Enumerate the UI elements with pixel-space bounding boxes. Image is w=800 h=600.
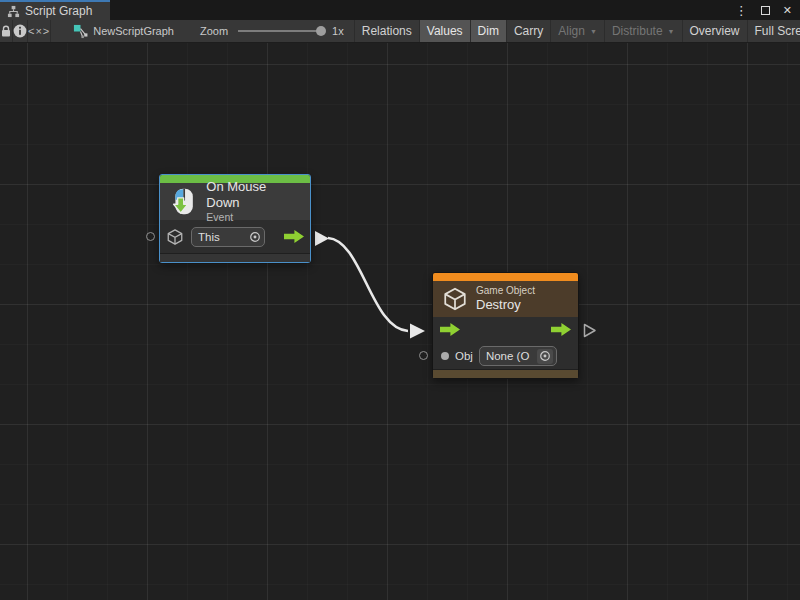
zoom-value: 1x [332, 25, 344, 37]
script-graph-asset-icon [73, 24, 88, 39]
maximize-icon[interactable] [761, 6, 770, 15]
node-body: This [160, 220, 310, 253]
tab-strip: Script Graph ⋮ ✕ [0, 0, 800, 20]
align-dropdown[interactable]: Align ▼ [551, 20, 605, 42]
graph-toolbar: <×> NewScriptGraph Zoom 1x Relations Va [0, 20, 800, 43]
trigger-output-port[interactable] [284, 229, 304, 244]
kebab-menu-icon[interactable]: ⋮ [735, 4, 748, 17]
lock-icon [0, 25, 12, 38]
object-picker-button[interactable] [537, 349, 553, 364]
distribute-dropdown[interactable]: Distribute ▼ [605, 20, 683, 42]
flow-connection-wire[interactable] [328, 238, 408, 331]
node-on-mouse-down[interactable]: On Mouse Down Event This [159, 174, 311, 263]
node-category: Game Object [476, 284, 535, 297]
obj-port-row: Obj None (O [433, 343, 578, 369]
connection-source-arrowhead[interactable] [315, 231, 329, 246]
script-graph-window: Script Graph ⋮ ✕ <×> [0, 0, 800, 600]
code-angle-icon: <×> [28, 25, 50, 37]
close-icon[interactable]: ✕ [783, 5, 792, 16]
overview-button[interactable]: Overview [683, 20, 748, 42]
dim-button[interactable]: Dim [471, 20, 507, 42]
graph-asset-breadcrumb[interactable]: NewScriptGraph [73, 20, 174, 42]
zoom-slider-handle[interactable] [316, 26, 326, 36]
tab-script-graph[interactable]: Script Graph [0, 0, 110, 20]
target-input-port[interactable] [146, 232, 155, 241]
info-button[interactable] [13, 20, 28, 42]
hierarchy-graph-icon [7, 5, 20, 18]
node-footer [433, 369, 578, 378]
connection-target-arrowhead[interactable] [410, 324, 425, 339]
info-icon [13, 24, 27, 38]
code-view-button[interactable]: <×> [28, 20, 51, 42]
relations-button[interactable]: Relations [355, 20, 420, 42]
node-header[interactable]: On Mouse Down Event [160, 183, 310, 220]
toolbar-toggle-group: Relations Values Dim Carry Align ▼ Distr… [354, 20, 800, 42]
target-object-field[interactable]: This [191, 227, 265, 247]
obj-input-port[interactable] [419, 351, 428, 360]
zoom-control: Zoom 1x [200, 20, 344, 42]
graph-canvas[interactable]: On Mouse Down Event This [0, 43, 800, 600]
flow-output-port[interactable] [551, 322, 571, 337]
tab-label: Script Graph [25, 4, 92, 18]
flow-port-row [433, 317, 578, 343]
lock-button[interactable] [0, 20, 13, 42]
graph-asset-name: NewScriptGraph [93, 25, 174, 37]
obj-object-field[interactable]: None (O [479, 346, 557, 366]
window-controls: ⋮ ✕ [735, 0, 800, 20]
chevron-down-icon: ▼ [590, 28, 597, 35]
fullscreen-button[interactable]: Full Screen [748, 20, 800, 42]
node-body: Obj None (O [433, 317, 578, 369]
object-picker-icon[interactable] [249, 231, 261, 243]
node-header[interactable]: Game Object Destroy [433, 281, 578, 317]
zoom-slider[interactable] [238, 30, 322, 32]
connection-layer [0, 43, 800, 600]
mouse-down-icon [169, 186, 198, 217]
values-button[interactable]: Values [420, 20, 471, 42]
unconnected-output-arrow-icon[interactable] [583, 323, 597, 338]
chevron-down-icon: ▼ [668, 28, 675, 35]
flow-input-port[interactable] [440, 322, 460, 337]
node-destroy[interactable]: Game Object Destroy Obj None (O [432, 272, 579, 379]
carry-button[interactable]: Carry [507, 20, 551, 42]
value-port-dot[interactable] [441, 352, 449, 360]
node-footer [160, 253, 310, 262]
node-title: Destroy [476, 297, 535, 313]
game-object-cube-icon [442, 286, 468, 312]
obj-port-label: Obj [455, 350, 473, 362]
cube-icon [166, 228, 184, 246]
node-accent-bar [433, 273, 578, 281]
zoom-label: Zoom [200, 25, 228, 37]
node-subtitle: Event [206, 211, 301, 224]
node-title: On Mouse Down [206, 179, 301, 212]
object-picker-icon [539, 350, 551, 362]
